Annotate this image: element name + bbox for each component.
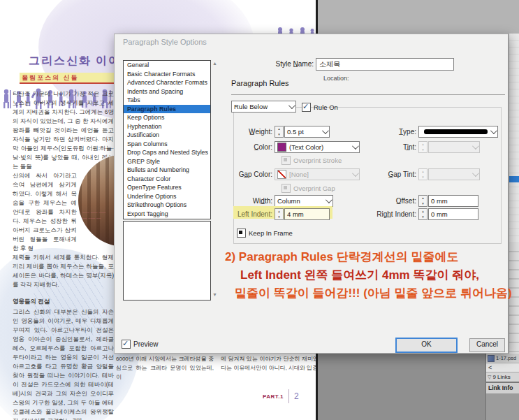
links-status-icon: ▽ <box>488 375 491 380</box>
annotation-line-3: 밑줄이 똑같이 들어감!!! (아님 밑줄 앞으로 튀어나옴) <box>225 284 506 303</box>
page-edge-bottom <box>316 354 318 420</box>
chevron-down-icon <box>490 127 497 134</box>
rule-position-dropdown[interactable]: Rule Below <box>231 101 296 113</box>
section-divider <box>231 94 505 95</box>
left-indent-value: 4 mm <box>287 210 304 218</box>
document-subheading: 올림포스의 신들 <box>20 73 115 84</box>
sidebar-item[interactable]: Tabs <box>124 96 210 105</box>
spinner-down-icon: ▼ <box>419 147 427 153</box>
section-title: Paragraph Rules <box>231 79 289 87</box>
document-bottom-column-1: 6000년 이래 시앙에서는 크레타섬을 중심으로 하는 크레타 문명이 있었는… <box>116 354 214 382</box>
overprint-gap-checkbox <box>282 184 291 193</box>
left-indent-stepper[interactable]: ▲▼ <box>275 208 284 220</box>
sidebar-item[interactable]: Basic Character Formats <box>124 70 210 79</box>
overprint-stroke-checkbox <box>282 156 291 165</box>
footer-divider <box>288 389 289 403</box>
spinner-down-icon[interactable]: ▼ <box>419 215 427 220</box>
tint-stepper: ▲▼ <box>418 141 427 153</box>
links-panel-sliver <box>509 34 519 354</box>
document-paragraph-wrapped: 산의에 싸서 아기라고 속여 남편에게 삼키게 하였다. 이렇게 해서 목숨을 … <box>13 171 77 253</box>
weight-label: W̲eight: <box>182 128 272 136</box>
link-item-row[interactable]: 1-17.psd <box>486 354 519 363</box>
links-panel-back-button[interactable]: < <box>486 363 519 372</box>
document-bottom-column-2: 에 담겨져 있는 이야기가 단순히 재미있다는 이유에서만이 아니다, 시대와 … <box>221 354 319 372</box>
chevron-down-icon <box>472 143 479 150</box>
sidebar-item[interactable]: GREP Style <box>124 157 210 166</box>
spinner-up-icon[interactable]: ▲ <box>275 126 283 132</box>
overprint-gap-row: Overprint Gap <box>282 184 335 193</box>
keep-in-frame-checkbox[interactable] <box>237 229 246 238</box>
sidebar-item[interactable]: General <box>124 61 210 70</box>
document-paragraph: 제력을 키워서 세계를 통치한다. 형제끼리 제비를 뽑아 제우스는 하늘을, … <box>13 253 114 289</box>
solid-line-swatch <box>424 129 488 134</box>
document-subheading-2: 영웅들의 전설 <box>13 297 114 306</box>
gap-tint-label: G̲ap Tint: <box>338 171 416 178</box>
document-paragraph: 그리스 신화의 대부분은 신들의 자손인 영웅들의 이야기로, 매우 다채롭게 … <box>13 307 114 420</box>
annotation-line-2: Left Indent 왼쪽 들여쓰기 4mm 똑같이 줘야, <box>225 266 506 284</box>
page-edge-top <box>316 0 318 34</box>
link-filename: 1-17.psd <box>496 355 516 361</box>
keep-in-frame-row: Keep In Frame <box>237 229 293 238</box>
right-indent-input[interactable]: ▲▼ 0 mm <box>418 208 478 220</box>
dialog-title: Paragraph Style Options <box>123 38 207 46</box>
type-label: T̲ype: <box>338 128 416 136</box>
offset-stepper[interactable]: ▲▼ <box>418 195 427 207</box>
footer-part-label: PART.1 <box>263 393 284 400</box>
rule-on-checkbox[interactable] <box>302 103 311 112</box>
overprint-stroke-label: Overprint Stroke <box>293 157 342 164</box>
links-panel: 1-17.psd < ▽ 9 Links Link Info <box>485 354 519 420</box>
style-name-label: Style N̲ame: <box>230 60 314 68</box>
right-indent-label: Righ̲t Indent: <box>338 210 416 218</box>
link-info-header[interactable]: Link Info <box>486 383 519 394</box>
right-indent-stepper[interactable]: ▲▼ <box>418 208 427 220</box>
gap-color-value: [None] <box>289 171 309 178</box>
spinner-up-icon: ▲ <box>419 142 427 147</box>
links-panel-selected-row[interactable] <box>509 176 519 182</box>
document-paragraph: 티탄족 가운데 나이가 가장 적은 크로노스는 아버지의 생식기를 자르고 세계… <box>13 89 114 171</box>
scroll-down-icon[interactable]: ▼ <box>212 292 217 298</box>
spinner-up-icon[interactable]: ▲ <box>419 196 427 201</box>
weight-input[interactable]: ▲▼ 0.5 pt <box>275 126 330 138</box>
sidebar-item[interactable]: OpenType Features <box>124 183 210 192</box>
offset-input[interactable]: ▲▼ 0 mm <box>418 195 478 207</box>
right-indent-value: 0 mm <box>431 210 448 218</box>
sidebar-item[interactable]: Indents and Spacing <box>124 87 210 96</box>
preview-checkbox[interactable] <box>122 340 131 349</box>
width-label: Wid̲th: <box>182 197 272 205</box>
style-options-list-continuation <box>123 221 211 300</box>
links-count-label: 9 Links <box>492 374 510 380</box>
preview-row: Preview <box>122 340 159 349</box>
weight-stepper[interactable]: ▲▼ <box>275 126 284 138</box>
style-name-input[interactable]: 소제목 <box>316 58 454 71</box>
spinner-down-icon[interactable]: ▼ <box>275 132 283 138</box>
left-indent-input[interactable]: ▲▼ 4 mm <box>275 208 330 220</box>
page-footer: PART.1 2 <box>263 389 299 404</box>
gap-color-label: Ga̲p Color: <box>182 171 272 178</box>
keep-in-frame-label: Keep In Frame <box>249 229 293 237</box>
document-body-column: 티탄족 가운데 나이가 가장 적은 크로노스는 아버지의 생식기를 자르고 세계… <box>13 89 114 420</box>
color-label: C̲olor: <box>182 143 272 151</box>
gap-tint-stepper: ▲▼ <box>418 168 427 180</box>
spinner-up-icon[interactable]: ▲ <box>275 209 283 215</box>
chevron-down-icon <box>472 170 479 177</box>
cancel-button[interactable]: Cancel <box>469 338 505 352</box>
spinner-down-icon[interactable]: ▼ <box>275 215 283 220</box>
spinner-up-icon[interactable]: ▲ <box>419 209 427 215</box>
scroll-up-icon[interactable]: ▲ <box>212 61 217 66</box>
spinner-down-icon[interactable]: ▼ <box>419 201 427 207</box>
width-dropdown[interactable]: Column <box>275 195 333 207</box>
offset-value: 0 mm <box>431 197 448 205</box>
left-indent-label: Left Indent: <box>182 210 272 218</box>
sidebar-item[interactable]: Advanced Character Formats <box>124 78 210 87</box>
spinner-up-icon: ▲ <box>419 169 427 175</box>
chevron-down-icon <box>322 127 329 134</box>
footer-page-number: 2 <box>294 391 299 401</box>
link-info-label: Link Info <box>488 384 513 391</box>
sidebar-item[interactable]: Keep Options <box>124 113 210 122</box>
ok-button[interactable]: OK <box>395 338 458 353</box>
sidebar-item[interactable]: Paragraph Rules <box>124 105 210 114</box>
type-dropdown[interactable] <box>418 126 498 138</box>
width-value: Column <box>277 197 300 205</box>
weight-value: 0.5 pt <box>287 128 304 136</box>
rule-position-value: Rule Below <box>234 103 268 110</box>
